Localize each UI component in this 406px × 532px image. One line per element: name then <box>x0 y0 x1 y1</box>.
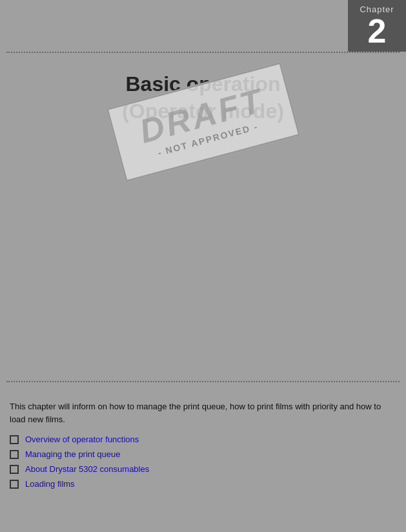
top-divider <box>6 52 400 53</box>
toc-link-loading-films[interactable]: Loading films <box>25 479 75 489</box>
checkbox-icon <box>10 465 19 474</box>
bottom-divider <box>6 381 400 382</box>
list-item: Managing the print queue <box>10 449 396 459</box>
toc-link-print-queue[interactable]: Managing the print queue <box>25 449 120 459</box>
chapter-tab: Chapter 2 <box>348 0 406 52</box>
toc-link-overview[interactable]: Overview of operator functions <box>25 435 139 444</box>
chapter-description: This chapter will inform on how to manag… <box>10 400 396 425</box>
toc-link-consumables[interactable]: About Drystar 5302 consumables <box>25 464 149 474</box>
list-item: Loading films <box>10 479 396 489</box>
checkbox-icon <box>10 480 19 489</box>
checkbox-icon <box>10 450 19 459</box>
list-item: Overview of operator functions <box>10 435 396 444</box>
toc-list: Overview of operator functions Managing … <box>10 435 396 489</box>
list-item: About Drystar 5302 consumables <box>10 464 396 474</box>
bottom-content: This chapter will inform on how to manag… <box>0 394 406 500</box>
chapter-number: 2 <box>368 14 387 48</box>
checkbox-icon <box>10 435 19 444</box>
